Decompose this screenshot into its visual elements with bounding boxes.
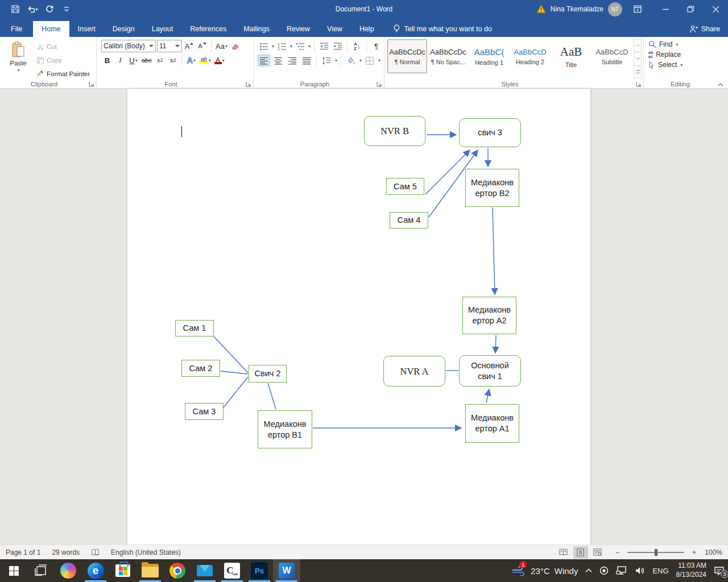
underline-dropdown-icon[interactable]: ▾ xyxy=(135,58,138,63)
collapse-ribbon-icon[interactable] xyxy=(718,82,723,86)
show-hide-pilcrow-button[interactable]: ¶ xyxy=(370,40,382,52)
styles-scroll-up-icon[interactable] xyxy=(634,39,642,52)
task-view-button[interactable] xyxy=(27,559,55,582)
language-indicator[interactable]: English (United States) xyxy=(105,548,187,556)
document-page[interactable]: NVR B свич 3 Сам 5 Сам 4 Медиаконв ертор… xyxy=(127,89,590,544)
diagram-node-switch-2[interactable]: Свич 2 xyxy=(249,365,287,383)
clear-formatting-button[interactable] xyxy=(230,40,242,52)
chrome-button[interactable] xyxy=(164,559,191,582)
font-name-combo[interactable]: Calibri (Body) xyxy=(101,40,156,52)
avatar[interactable]: NT xyxy=(608,2,622,16)
paste-dropdown-icon[interactable]: ▾ xyxy=(17,68,19,73)
undo-dropdown-icon[interactable]: ▾ xyxy=(35,7,38,12)
bullets-button[interactable] xyxy=(258,40,270,52)
tab-review[interactable]: Review xyxy=(278,21,318,37)
font-size-combo[interactable]: 11 xyxy=(157,40,182,52)
copy-button[interactable]: Copy xyxy=(35,55,92,66)
sort-button[interactable]: AZ↓ xyxy=(351,40,363,52)
clock[interactable]: 11:03 AM 8/13/2024 xyxy=(676,562,706,579)
align-right-button[interactable] xyxy=(286,55,299,66)
paste-button[interactable]: Paste ▾ xyxy=(2,39,35,80)
grow-font-button[interactable]: A xyxy=(183,40,195,52)
styles-gallery-more-icon[interactable] xyxy=(634,66,642,78)
align-left-button[interactable] xyxy=(258,55,270,66)
style-normal[interactable]: AaBbCcDc ¶ Normal xyxy=(387,39,427,73)
page-indicator[interactable]: Page 1 of 1 xyxy=(0,548,46,556)
start-button[interactable] xyxy=(0,559,27,582)
diagram-node-cam-5[interactable]: Сам 5 xyxy=(386,178,424,195)
increase-indent-button[interactable] xyxy=(332,40,344,52)
diagram-node-mediaconverter-a1[interactable]: Медиаконв ертор A1 xyxy=(465,404,519,443)
tab-design[interactable]: Design xyxy=(104,21,143,37)
copilot-button[interactable] xyxy=(55,559,82,582)
tab-references[interactable]: References xyxy=(181,21,235,37)
align-center-button[interactable] xyxy=(272,55,284,66)
web-layout-button[interactable] xyxy=(590,546,605,559)
zoom-in-button[interactable]: + xyxy=(691,548,697,556)
bold-button[interactable]: B xyxy=(101,54,113,66)
styles-dialog-launcher-icon[interactable] xyxy=(636,81,642,87)
clipboard-dialog-launcher-icon[interactable] xyxy=(89,81,94,87)
photoshop-button[interactable]: Ps xyxy=(246,559,273,582)
word-button[interactable]: W xyxy=(273,559,300,582)
replace-button[interactable]: abac Replace xyxy=(648,51,717,59)
read-mode-button[interactable] xyxy=(556,546,571,559)
tab-mailings[interactable]: Mailings xyxy=(235,21,278,37)
microsoft-store-button[interactable] xyxy=(109,559,136,582)
repeat-icon[interactable] xyxy=(42,2,57,16)
styles-scroll-down-icon[interactable] xyxy=(634,52,642,65)
tab-view[interactable]: View xyxy=(318,21,351,37)
zoom-slider-thumb[interactable] xyxy=(655,549,657,556)
line-spacing-button[interactable] xyxy=(320,55,333,66)
style-subtitle[interactable]: AaBbCcD Subtitle xyxy=(592,39,632,73)
diagram-node-cam-3[interactable]: Сам 3 xyxy=(185,403,224,420)
highlight-button[interactable]: ab▾ xyxy=(198,54,212,66)
proofing-icon[interactable] xyxy=(85,548,105,556)
find-button[interactable]: Find▾ xyxy=(648,40,717,48)
format-painter-button[interactable]: Format Painter xyxy=(35,68,92,80)
minimize-button[interactable] xyxy=(653,0,678,18)
change-case-button[interactable]: Aa▾ xyxy=(214,40,229,52)
volume-icon[interactable] xyxy=(635,566,645,575)
network-icon[interactable] xyxy=(616,566,627,575)
multilevel-list-button[interactable] xyxy=(294,40,306,52)
superscript-button[interactable]: x2 xyxy=(167,54,179,66)
font-color-button[interactable]: A▾ xyxy=(213,54,226,66)
action-center-button[interactable]: 3 xyxy=(714,566,725,576)
subscript-button[interactable]: x2 xyxy=(154,54,166,66)
print-layout-button[interactable] xyxy=(573,546,588,559)
ribbon-display-options-icon[interactable] xyxy=(630,2,645,16)
tab-help[interactable]: Help xyxy=(351,21,383,37)
weather-widget[interactable]: 1 23°C Windy xyxy=(511,565,578,576)
diagram-node-cam-4[interactable]: Сам 4 xyxy=(390,212,428,228)
autocad-button[interactable]: Ccad xyxy=(218,559,246,582)
diagram-node-mediaconverter-b2[interactable]: Медиаконв ертор B2 xyxy=(465,169,519,207)
diagram-node-cam-1[interactable]: Сам 1 xyxy=(175,320,214,336)
diagram-node-nvr-b[interactable]: NVR B xyxy=(364,116,425,146)
decrease-indent-button[interactable] xyxy=(318,40,330,52)
tab-home[interactable]: Home xyxy=(33,21,69,37)
select-button[interactable]: Select▾ xyxy=(648,61,717,69)
tab-file[interactable]: File xyxy=(0,21,33,37)
diagram-node-main-switch-1[interactable]: Основной свич 1 xyxy=(459,355,521,386)
zoom-percentage[interactable]: 100% xyxy=(700,548,722,556)
style-no-spacing[interactable]: AaBbCcDc ¶ No Spac... xyxy=(428,39,468,73)
style-title[interactable]: AaB Title xyxy=(551,39,591,73)
diagram-node-mediaconverter-a2[interactable]: Медиаконв ертор A2 xyxy=(462,297,516,334)
mail-button[interactable] xyxy=(191,559,218,582)
italic-button[interactable]: I xyxy=(114,54,126,66)
style-heading-2[interactable]: AaBbCcD Heading 2 xyxy=(510,39,550,73)
underline-button[interactable]: U▾ xyxy=(127,54,139,66)
cut-button[interactable]: Cut xyxy=(35,41,92,52)
word-count[interactable]: 29 words xyxy=(46,548,85,556)
restore-button[interactable] xyxy=(678,0,703,18)
borders-button[interactable] xyxy=(363,55,376,66)
undo-icon[interactable]: ▾ xyxy=(25,2,40,16)
diagram-node-cam-2[interactable]: Сам 2 xyxy=(181,360,220,377)
numbering-button[interactable] xyxy=(276,40,288,52)
font-dialog-launcher-icon[interactable] xyxy=(246,81,251,87)
tray-expand-icon[interactable] xyxy=(585,568,592,573)
style-heading-1[interactable]: AaBbC( Heading 1 xyxy=(469,39,509,73)
warning-icon[interactable] xyxy=(536,5,546,14)
justify-button[interactable] xyxy=(300,55,313,66)
